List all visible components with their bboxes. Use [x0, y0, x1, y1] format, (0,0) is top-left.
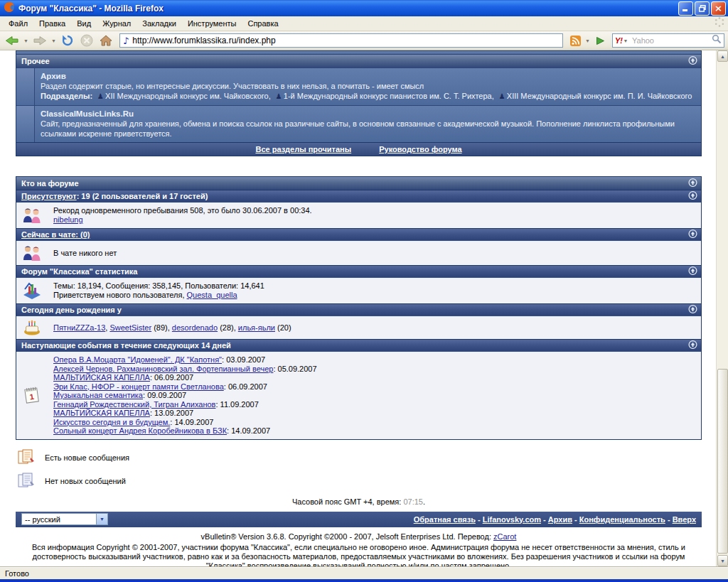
collapse-icon[interactable] [688, 191, 697, 202]
subforum-link[interactable]: XIII Международный конкурс им. П. И. Чай… [507, 92, 692, 100]
subforum-link[interactable]: XII Международный конкурс им. Чайковског… [105, 92, 269, 100]
footer-bar: -- русский ▼ Обратная связь - Lifanovsky… [16, 512, 702, 527]
search-engine-dropdown-icon[interactable]: ▼ [623, 38, 628, 43]
event-link[interactable]: Музыкальная семантика [53, 391, 143, 399]
new-posts-label: Есть новые сообщения [45, 453, 129, 462]
event-link[interactable]: Опера В.А.Моцарта "Идоменей". ДК "Капотн… [53, 355, 222, 364]
event-date: 03.09.2007 [226, 355, 265, 364]
new-user-link[interactable]: Questa_quella [187, 291, 237, 299]
window-title: Форум "Классика" - Mozilla Firefox [18, 4, 678, 14]
present-link[interactable]: Присутствуют [21, 192, 77, 200]
rss-dropdown-icon[interactable]: ▼ [584, 38, 591, 43]
no-new-posts-icon [17, 472, 36, 490]
collapse-icon[interactable] [688, 266, 697, 277]
navigation-toolbar: ▼ ▼ ♪ ▼ Y! ▼ Yahoo [0, 31, 728, 50]
separator: - [665, 515, 673, 524]
event-date: 05.09.2007 [278, 365, 317, 373]
record-text: Рекорд одновременного пребывания 508, эт… [53, 206, 695, 215]
present-row: Рекорд одновременного пребывания 508, эт… [16, 202, 701, 228]
event-date: 14.09.2007 [231, 426, 270, 435]
language-select[interactable]: -- русский ▼ [21, 513, 108, 525]
minimize-button[interactable] [678, 1, 693, 16]
select-arrow-icon[interactable]: ▼ [96, 514, 107, 524]
event-date: 14.09.2007 [174, 418, 213, 426]
scroll-down-icon[interactable]: ▼ [717, 555, 728, 566]
collapse-icon[interactable] [688, 305, 697, 316]
event-link[interactable]: МАЛЬТИЙСКАЯ КАПЕЛЛА [53, 373, 150, 382]
forum-link-archive[interactable]: Архив [41, 72, 66, 80]
search-placeholder[interactable]: Yahoo [632, 36, 712, 45]
menu-history[interactable]: Журнал [97, 18, 136, 29]
forward-button[interactable] [31, 33, 48, 48]
home-button[interactable] [97, 33, 114, 48]
back-dropdown-icon[interactable]: ▼ [23, 38, 29, 43]
reload-button[interactable] [59, 33, 76, 48]
yahoo-search-box[interactable]: Y! ▼ Yahoo [612, 33, 724, 48]
throbber-icon [714, 16, 725, 31]
present-count: : 19 (2 пользователей и 17 гостей) [77, 192, 208, 200]
separator: - [541, 515, 548, 524]
events-title: Наступающие события в течение следующих … [21, 341, 231, 350]
event-date: 09.09.2007 [147, 391, 186, 399]
magnifier-icon[interactable] [712, 34, 722, 47]
event-date: 11.09.2007 [220, 400, 259, 409]
browser-window: Форум "Классика" - Mozilla Firefox × Фай… [0, 0, 728, 582]
menu-file[interactable]: Файл [3, 18, 33, 29]
archive-link[interactable]: Архив [548, 515, 572, 524]
forward-dropdown-icon[interactable]: ▼ [50, 38, 57, 43]
chat-link[interactable]: Сейчас в чате: (0) [21, 230, 90, 239]
event-link[interactable]: Геннадий Рождественский, Тигран Алиханов [53, 400, 215, 409]
close-button[interactable]: × [711, 1, 726, 16]
collapse-icon[interactable] [688, 230, 697, 240]
event-date: 06.09.2007 [154, 373, 193, 382]
menu-help[interactable]: Справка [242, 18, 284, 29]
scrollbar-thumb[interactable] [717, 369, 728, 554]
event-link[interactable]: Сольный концерт Андрея Коробейникова в Б… [53, 426, 227, 435]
menu-bookmarks[interactable]: Закладки [136, 18, 182, 29]
address-bar[interactable]: ♪ [119, 33, 563, 48]
category-header: Прочее [16, 55, 701, 68]
menu-tools[interactable]: Инструменты [182, 18, 242, 29]
event-link[interactable]: МАЛЬТИЙСКАЯ КАПЕЛЛА [53, 409, 150, 417]
event-link[interactable]: Алексей Чернов. Рахманиновский зал. Форт… [53, 365, 273, 373]
stats-title: Форум "Классика" статистика [21, 267, 137, 276]
category-footer: Все разделы прочитаны Руководство форума [16, 142, 701, 156]
forum-manual-link[interactable]: Руководство форума [379, 145, 461, 153]
collapse-icon[interactable] [688, 56, 697, 67]
footer-links: Обратная связь - Lifanovsky.com - Архив … [108, 515, 696, 524]
back-button[interactable] [4, 33, 21, 48]
rss-icon[interactable] [568, 33, 582, 48]
restore-button[interactable] [695, 1, 710, 16]
collapse-icon[interactable] [688, 178, 697, 189]
separator: - [476, 515, 483, 524]
top-link[interactable]: Вверх [673, 515, 696, 524]
menu-view[interactable]: Вид [71, 18, 97, 29]
forum-link-cml[interactable]: ClassicalMusicLinks.Ru [41, 109, 134, 118]
event-link[interactable]: Эри Клас, НФОР - концерт памяти Светлано… [53, 382, 224, 391]
yahoo-icon: Y! [615, 36, 623, 45]
collapse-icon[interactable] [688, 340, 697, 351]
present-header: Присутствуют: 19 (2 пользователей и 17 г… [16, 190, 701, 202]
event-link[interactable]: Искусство сегодня и в будущем. [53, 418, 170, 426]
menu-edit[interactable]: Правка [33, 18, 71, 29]
subforum-link[interactable]: 1-й Международный конкурс пианистов им. … [284, 92, 492, 100]
mark-forums-read-link[interactable]: Все разделы прочитаны [255, 145, 351, 153]
scroll-up-icon[interactable]: ▲ [717, 50, 728, 62]
subforum-icon: ♟ [276, 92, 282, 100]
birthday-user-link[interactable]: SweetSister [109, 323, 151, 332]
translator-link[interactable]: zCarot [493, 532, 516, 541]
privacy-link[interactable]: Конфиденциальность [579, 515, 665, 524]
birthday-user-link[interactable]: ПятниZZZa-13 [53, 323, 105, 332]
url-input[interactable] [132, 36, 560, 45]
birthday-age: (28), [218, 323, 238, 332]
contact-link[interactable]: Обратная связь [414, 515, 476, 524]
birthday-user-link[interactable]: desordenado [172, 323, 218, 332]
birthday-user-link[interactable]: илья-яьли [238, 323, 275, 332]
stop-button[interactable] [78, 33, 95, 48]
online-user-link[interactable]: nibelung [53, 215, 83, 224]
lifanovsky-link[interactable]: Lifanovsky.com [483, 515, 541, 524]
birthday-row: ПятниZZZa-13, SweetSister (89), desorden… [16, 316, 701, 339]
vertical-scrollbar[interactable]: ▲ ▼ [716, 50, 728, 566]
go-button[interactable] [593, 33, 607, 48]
forum-row-cml: ClassicalMusicLinks.Ru Сайт, предназначе… [16, 105, 701, 142]
